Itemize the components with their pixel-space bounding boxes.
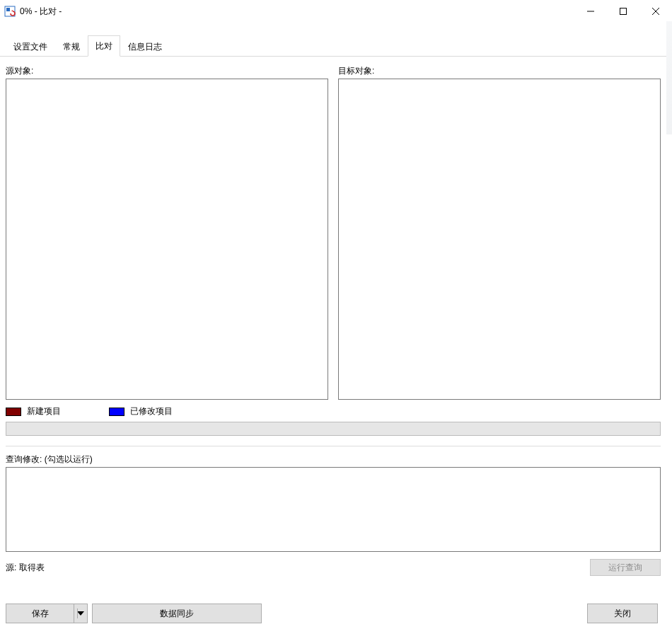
target-column: 目标对象:	[338, 64, 661, 400]
app-window: 0% - 比对 - 设置文件 常规 比对 信息日志 源对象:	[0, 0, 672, 629]
svg-rect-4	[620, 8, 627, 15]
window-title: 0% - 比对 -	[20, 6, 62, 18]
client-area: 设置文件 常规 比对 信息日志 源对象: 目标对象: 新建项目 已修改项	[0, 23, 666, 629]
legend-new-label: 新建项目	[27, 405, 61, 417]
tab-settings[interactable]: 设置文件	[6, 36, 55, 57]
minimize-button[interactable]	[574, 0, 607, 23]
separator	[6, 446, 661, 446]
run-query-button[interactable]: 运行查询	[590, 559, 661, 576]
source-column: 源对象:	[6, 64, 328, 400]
source-status-text: 源: 取得表	[6, 562, 45, 574]
legend-row: 新建项目 已修改项目	[6, 405, 661, 417]
title-bar: 0% - 比对 -	[0, 0, 672, 23]
maximize-button[interactable]	[607, 0, 639, 23]
query-modify-label: 查询修改: (勾选以运行)	[6, 454, 661, 466]
object-lists-row: 源对象: 目标对象:	[6, 64, 661, 400]
svg-rect-2	[6, 8, 10, 11]
legend-modified-label: 已修改项目	[130, 405, 173, 417]
query-modify-box[interactable]	[6, 467, 661, 552]
legend-modified-swatch	[109, 408, 124, 416]
chevron-down-icon	[77, 611, 84, 616]
data-sync-button[interactable]: 数据同步	[92, 604, 262, 623]
source-label: 源对象:	[6, 65, 328, 77]
close-button[interactable]: 关闭	[587, 604, 658, 623]
tab-general[interactable]: 常规	[55, 36, 88, 57]
tab-log[interactable]: 信息日志	[120, 36, 170, 57]
target-label: 目标对象:	[338, 65, 661, 77]
legend-new-swatch	[6, 408, 21, 416]
target-listbox[interactable]	[338, 79, 661, 400]
save-split-button: 保存	[6, 604, 88, 623]
tab-compare-body: 源对象: 目标对象: 新建项目 已修改项目 查询修改: (勾选以运行) 源:	[0, 57, 666, 576]
tab-strip: 设置文件 常规 比对 信息日志	[0, 35, 666, 57]
source-listbox[interactable]	[6, 79, 328, 400]
close-window-button[interactable]	[639, 0, 672, 23]
window-controls	[574, 0, 672, 23]
bottom-button-bar: 保存 数据同步 关闭	[6, 604, 658, 623]
progress-bar	[6, 422, 661, 436]
save-button[interactable]: 保存	[6, 604, 74, 623]
save-dropdown-button[interactable]	[74, 604, 88, 623]
source-status-row: 源: 取得表 运行查询	[6, 559, 661, 576]
window-shadow	[666, 21, 672, 134]
tab-compare[interactable]: 比对	[88, 35, 120, 57]
app-icon	[4, 6, 16, 17]
